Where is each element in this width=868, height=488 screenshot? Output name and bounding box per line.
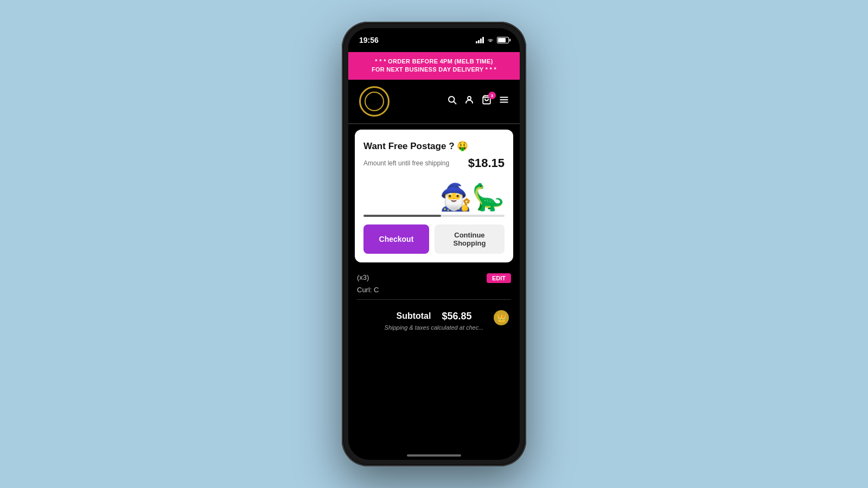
cart-item-qty: (x3) xyxy=(357,273,369,281)
subtotal-value: $56.85 xyxy=(442,311,471,322)
user-icon[interactable] xyxy=(464,95,474,107)
logo-inner xyxy=(365,92,384,111)
svg-point-2 xyxy=(468,97,471,100)
promo-line1: * * * ORDER BEFORE 4PM (MELB TIME) xyxy=(357,57,511,66)
modal-title: Want Free Postage ? 🤑 xyxy=(363,140,505,152)
modal-overlay: Want Free Postage ? 🤑 Amount left until … xyxy=(348,130,520,342)
header-divider xyxy=(348,124,520,124)
progress-bar-fill xyxy=(363,215,441,217)
nav-icons: 3 xyxy=(447,95,509,107)
logo xyxy=(359,86,390,117)
character-area: 🧙‍♂️🦕 xyxy=(363,172,505,210)
edit-button[interactable]: EDIT xyxy=(487,273,511,283)
checkout-button[interactable]: Checkout xyxy=(363,224,429,254)
header: 3 xyxy=(348,80,520,124)
battery-icon xyxy=(497,37,509,43)
cart-item-curl: Curl: C xyxy=(357,286,511,294)
crown-icon: 👑 xyxy=(494,310,509,325)
modal-amount-value: $18.15 xyxy=(468,156,505,170)
cart-icon[interactable]: 3 xyxy=(482,95,492,107)
phone-screen: 19:56 * * * ORDER BEFORE 4PM (MELB TIME)… xyxy=(348,28,520,460)
modal-amount-row: Amount left until free shipping $18.15 xyxy=(363,156,505,170)
menu-icon[interactable] xyxy=(499,95,509,107)
modal-amount-label: Amount left until free shipping xyxy=(363,159,449,167)
promo-banner: * * * ORDER BEFORE 4PM (MELB TIME) FOR N… xyxy=(348,52,520,80)
shipping-note: Shipping & taxes calculated at chec... xyxy=(357,324,511,331)
promo-line2: FOR NEXT BUSINESS DAY DELIVERY * * * xyxy=(357,66,511,74)
wifi-icon xyxy=(487,37,494,43)
subtotal-row: Subtotal $56.85 xyxy=(357,305,511,324)
subtotal-label: Subtotal xyxy=(396,311,431,321)
continue-shopping-button[interactable]: Continue Shopping xyxy=(435,224,505,254)
cart-content: (x3) EDIT Curl: C Subtotal $56.85 Shippi… xyxy=(348,268,520,336)
search-icon[interactable] xyxy=(447,95,457,107)
status-time: 19:56 xyxy=(359,36,379,44)
phone-frame: 19:56 * * * ORDER BEFORE 4PM (MELB TIME)… xyxy=(342,22,526,466)
cart-item-row: (x3) EDIT xyxy=(357,273,511,284)
cart-divider xyxy=(357,299,511,300)
cart-badge: 3 xyxy=(488,92,496,99)
modal-buttons: Checkout Continue Shopping xyxy=(363,224,505,254)
character-emoji: 🧙‍♂️🦕 xyxy=(439,184,505,210)
svg-line-1 xyxy=(454,102,456,104)
status-icons xyxy=(476,37,509,43)
modal-card: Want Free Postage ? 🤑 Amount left until … xyxy=(355,130,513,262)
notch xyxy=(401,28,467,43)
home-indicator xyxy=(407,454,461,457)
progress-bar-container xyxy=(363,215,505,217)
signal-icon xyxy=(476,37,484,43)
